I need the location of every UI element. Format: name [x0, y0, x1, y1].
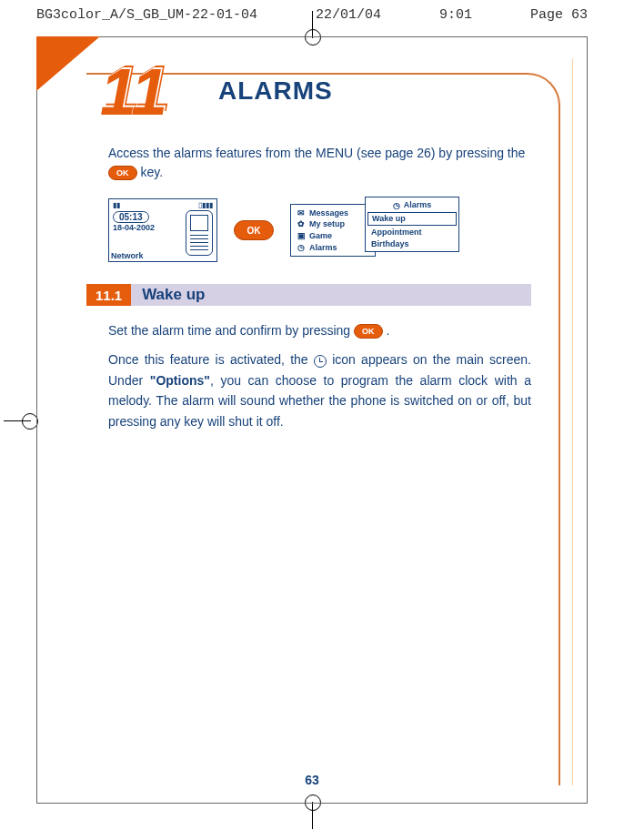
intro-paragraph: Access the alarms features from the MENU…: [108, 144, 531, 182]
intro-text-2: key.: [140, 165, 163, 179]
game-icon: ▣: [297, 230, 306, 242]
submenu-item: Birthdays: [371, 238, 453, 250]
phone-home-screen: ▮▮ ▯▮▮▮ 05:13 18-04-2002 Network: [108, 198, 217, 262]
crop-page: Page 63: [530, 7, 588, 23]
intro-text-1: Access the alarms features from the MENU…: [108, 146, 525, 160]
alarms-submenu-screen: ◷ Alarms Wake up Appointment Birthdays: [365, 197, 459, 252]
status-icons: ▮▮ ▯▮▮▮: [111, 201, 215, 209]
menu-item: ▣Game: [297, 230, 369, 242]
p2-a: Once this feature is activated, the: [108, 352, 314, 367]
screens-row: ▮▮ ▯▮▮▮ 05:13 18-04-2002 Network OK ✉Mes…: [108, 198, 531, 262]
section-heading: 11.1 Wake up: [86, 284, 531, 306]
crop-info-bar: BG3color_A/S_GB_UM-22-01-04 22/01/04 9:0…: [36, 7, 588, 23]
network-label: Network: [111, 251, 144, 260]
submenu-header: ◷ Alarms: [371, 199, 453, 213]
main-menu-screen: ✉Messages ✿My setup ▣Game ◷Alarms: [290, 204, 376, 257]
menu-item: ✉Messages: [297, 207, 369, 219]
crop-filename: BG3color_A/S_GB_UM-22-01-04: [36, 7, 257, 23]
page-number: 63: [0, 773, 624, 787]
crop-mark-icon: [4, 402, 40, 439]
alarm-clock-icon: [314, 355, 327, 368]
ok-button-icon: OK: [108, 166, 137, 180]
clock-icon: ◷: [393, 200, 400, 212]
signal-icon: ▯▮▮▮: [198, 201, 213, 209]
ok-button-icon: OK: [354, 324, 383, 339]
submenu-item: Appointment: [371, 227, 453, 238]
corner-tab: [36, 36, 100, 91]
crop-date: 22/01/04: [316, 7, 381, 23]
paragraph-2: Once this feature is activated, the icon…: [108, 349, 531, 431]
content-area: Access the alarms features from the MENU…: [86, 73, 560, 785]
paragraph-1: Set the alarm time and confirm by pressi…: [108, 320, 531, 340]
ok-button-icon: OK: [234, 220, 274, 240]
p1-text: Set the alarm time and confirm by pressi…: [108, 323, 354, 338]
section-number: 11.1: [86, 284, 131, 306]
crop-time: 9:01: [439, 7, 472, 23]
inner-rule: [572, 58, 573, 785]
clock-readout: 05:13: [113, 211, 149, 223]
menu-item: ✿My setup: [297, 218, 369, 230]
section-title: Wake up: [131, 284, 531, 306]
battery-icon: ▮▮: [113, 201, 120, 209]
envelope-icon: ✉: [297, 207, 306, 219]
menu-screens: ✉Messages ✿My setup ▣Game ◷Alarms ◷ Alar…: [290, 204, 376, 257]
submenu-selected: Wake up: [367, 212, 457, 226]
p1-tail: .: [386, 323, 389, 338]
gear-icon: ✿: [297, 218, 306, 230]
chapter-title: ALARMS: [218, 76, 333, 106]
clock-icon: ◷: [297, 242, 306, 254]
submenu-title: Alarms: [404, 199, 432, 211]
menu-item: ◷Alarms: [297, 242, 369, 254]
chapter-number: 11: [100, 55, 162, 129]
phone-icon: [186, 210, 213, 256]
date-readout: 18-04-2002: [113, 223, 155, 232]
p2-options: "Options": [150, 373, 210, 388]
